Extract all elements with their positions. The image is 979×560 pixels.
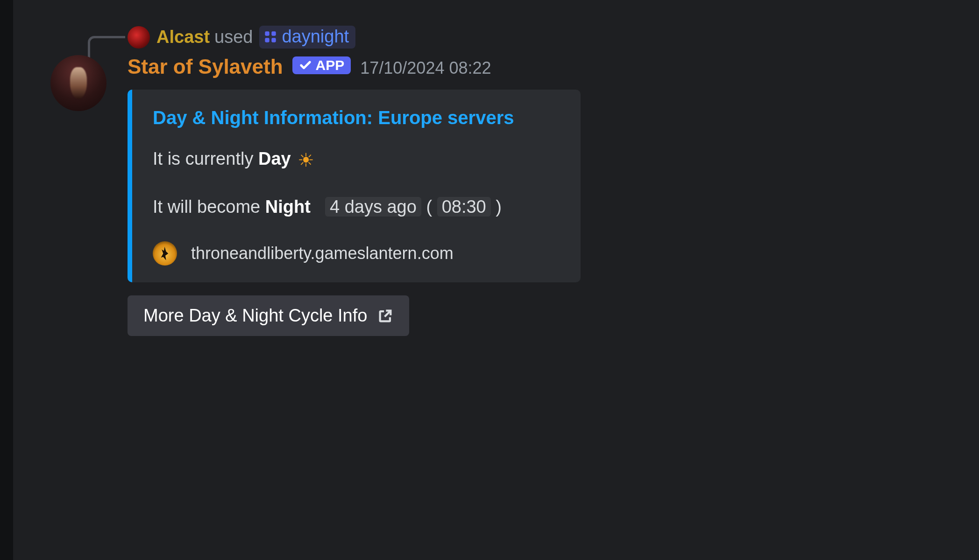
verified-check-icon	[299, 59, 312, 72]
more-info-button[interactable]: More Day & Night Cycle Info	[128, 295, 409, 336]
svg-rect-0	[265, 31, 270, 35]
relative-timestamp-chip[interactable]: 4 days ago	[325, 197, 421, 217]
slash-command-name: daynight	[282, 27, 349, 47]
absolute-time-chip[interactable]: 08:30	[437, 197, 491, 217]
message-header: Star of Sylaveth APP 17/10/2024 08:22	[128, 55, 938, 78]
message-block: Alcast used daynight Star of	[50, 26, 938, 336]
bot-avatar[interactable]	[50, 55, 106, 111]
embed-line2-prefix: It will become	[153, 197, 265, 217]
bot-username[interactable]: Star of Sylaveth	[128, 55, 283, 78]
paren-open: (	[426, 197, 437, 217]
app-badge-label: APP	[316, 57, 345, 73]
app-badge: APP	[292, 56, 351, 74]
more-info-button-label: More Day & Night Cycle Info	[143, 306, 367, 326]
embed-line2-bold: Night	[265, 197, 311, 217]
slash-command-icon	[264, 30, 277, 43]
invoker-avatar[interactable]	[128, 26, 150, 49]
svg-rect-3	[272, 38, 276, 42]
message-content: Star of Sylaveth APP 17/10/2024 08:22 Da…	[128, 55, 938, 336]
embed-line1-prefix: It is currently	[153, 149, 258, 168]
embed-title[interactable]: Day & Night Information: Europe servers	[153, 107, 560, 128]
discord-message-area: Alcast used daynight Star of	[13, 0, 979, 560]
footer-site-text: throneandliberty.gameslantern.com	[191, 244, 454, 263]
embed-current-state: It is currently Day ☀	[153, 147, 560, 173]
message-timestamp: 17/10/2024 08:22	[360, 58, 491, 78]
embed-line1-bold: Day	[258, 149, 291, 168]
paren-close: )	[491, 197, 502, 217]
svg-rect-2	[265, 38, 270, 42]
command-context-row[interactable]: Alcast used daynight	[128, 26, 938, 49]
footer-site-icon	[153, 241, 177, 266]
embed-next-state: It will become Night 4 days ago ( 08:30 …	[153, 195, 560, 219]
embed-card: Day & Night Information: Europe servers …	[128, 90, 581, 282]
external-link-icon	[377, 308, 393, 324]
invoker-username[interactable]: Alcast	[156, 27, 210, 47]
window-left-border	[0, 0, 13, 560]
slash-command-badge[interactable]: daynight	[259, 26, 355, 49]
used-label: used	[214, 27, 253, 47]
svg-rect-1	[272, 31, 276, 35]
message-main-row: Star of Sylaveth APP 17/10/2024 08:22 Da…	[50, 55, 938, 336]
embed-footer: throneandliberty.gameslantern.com	[153, 241, 560, 266]
sun-icon: ☀	[298, 147, 314, 173]
